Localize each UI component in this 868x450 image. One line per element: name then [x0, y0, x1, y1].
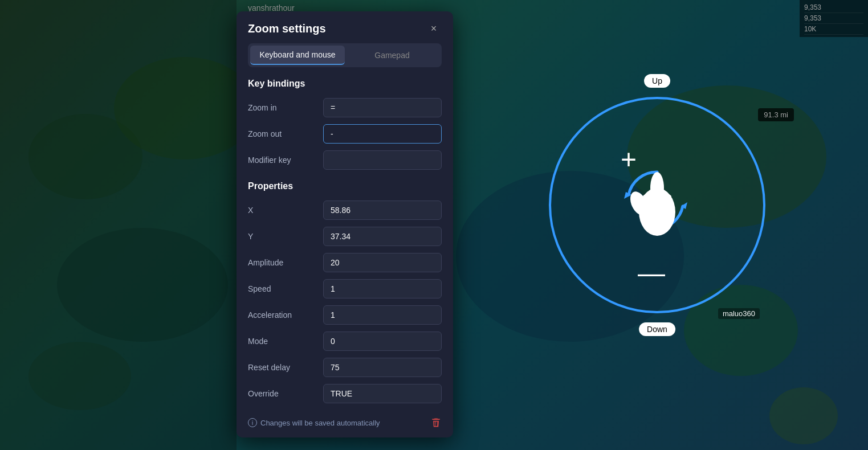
- delete-button[interactable]: [430, 417, 442, 428]
- up-label: Up: [644, 74, 670, 88]
- reset-delay-input[interactable]: [323, 358, 442, 377]
- override-row: Override: [237, 381, 453, 407]
- amplitude-row: Amplitude: [237, 249, 453, 276]
- tabs-container: Keyboard and mouse Gamepad: [248, 43, 442, 67]
- mode-input[interactable]: [323, 332, 442, 351]
- modal-title: Zoom settings: [248, 22, 326, 35]
- location-name: maluo360: [718, 308, 760, 319]
- auto-save-text: Changes will be saved automatically: [260, 419, 380, 427]
- acceleration-row: Acceleration: [237, 302, 453, 328]
- modifier-key-row: Modifier key: [237, 147, 453, 173]
- close-button[interactable]: ×: [426, 21, 442, 36]
- x-input[interactable]: [323, 201, 442, 220]
- reset-delay-row: Reset delay: [237, 354, 453, 381]
- y-row: Y: [237, 223, 453, 249]
- tab-gamepad[interactable]: Gamepad: [345, 46, 439, 65]
- amplitude-label: Amplitude: [248, 258, 316, 267]
- key-bindings-title: Key bindings: [237, 76, 453, 95]
- zoom-in-row: Zoom in: [237, 95, 453, 121]
- mode-label: Mode: [248, 337, 316, 346]
- override-label: Override: [248, 389, 316, 398]
- acceleration-label: Acceleration: [248, 310, 316, 320]
- zoom-settings-modal: Zoom settings × Keyboard and mouse Gamep…: [237, 11, 453, 437]
- mode-row: Mode: [237, 328, 453, 354]
- modifier-key-input[interactable]: [323, 150, 442, 170]
- info-icon: i: [248, 418, 257, 427]
- override-input[interactable]: [323, 384, 442, 403]
- acceleration-input[interactable]: [323, 305, 442, 325]
- x-label: X: [248, 206, 316, 215]
- speed-row: Speed: [237, 276, 453, 302]
- trash-icon: [430, 417, 442, 428]
- speed-label: Speed: [248, 284, 316, 293]
- pinch-gesture-icon: [612, 155, 703, 246]
- zoom-visualization: Up Down + — maluo360: [537, 57, 777, 353]
- reset-delay-label: Reset delay: [248, 363, 316, 372]
- zoom-in-label: Zoom in: [248, 103, 316, 112]
- minus-sign: —: [638, 260, 665, 287]
- modifier-key-label: Modifier key: [248, 156, 316, 165]
- zoom-out-label: Zoom out: [248, 129, 316, 138]
- y-label: Y: [248, 232, 316, 241]
- amplitude-input[interactable]: [323, 253, 442, 272]
- svg-rect-5: [643, 195, 671, 218]
- tab-keyboard-mouse[interactable]: Keyboard and mouse: [250, 46, 345, 65]
- zoom-out-input[interactable]: [323, 124, 442, 144]
- zoom-out-row: Zoom out: [237, 121, 453, 147]
- speed-input[interactable]: [323, 279, 442, 298]
- zoom-in-input[interactable]: [323, 98, 442, 117]
- y-input[interactable]: [323, 227, 442, 246]
- x-row: X: [237, 197, 453, 223]
- footer-info: i Changes will be saved automatically: [248, 418, 380, 427]
- down-label: Down: [639, 322, 675, 336]
- modal-header: Zoom settings ×: [237, 11, 453, 43]
- modal-footer: i Changes will be saved automatically: [237, 411, 453, 428]
- properties-title: Properties: [237, 179, 453, 197]
